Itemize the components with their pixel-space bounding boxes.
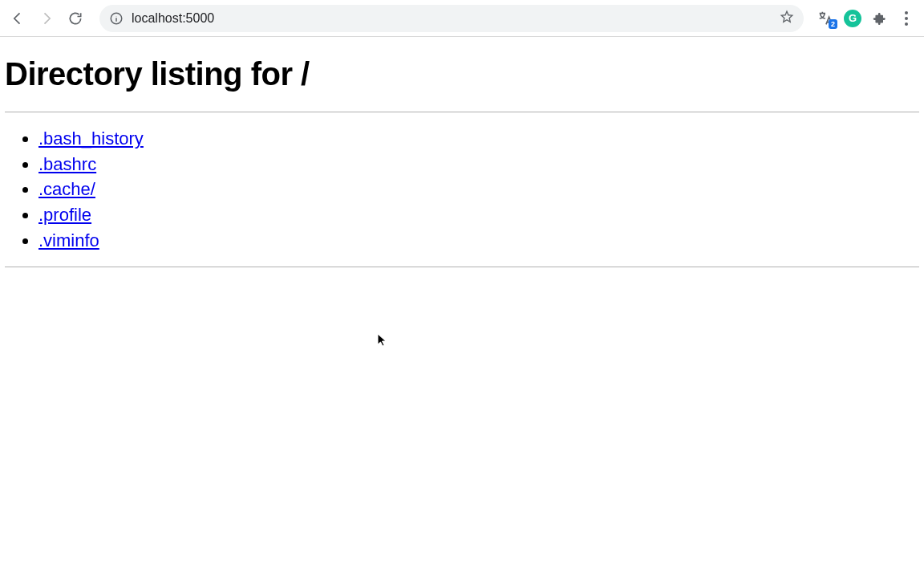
reload-button[interactable] bbox=[64, 7, 87, 30]
file-link[interactable]: .bash_history bbox=[38, 128, 144, 149]
file-link[interactable]: .viminfo bbox=[38, 230, 99, 250]
file-link[interactable]: .bashrc bbox=[38, 154, 96, 174]
translate-extension-icon[interactable]: 2 bbox=[817, 10, 834, 27]
reload-icon bbox=[67, 10, 83, 26]
list-item: .profile bbox=[38, 203, 919, 227]
arrow-left-icon bbox=[10, 10, 26, 26]
directory-list: .bash_history .bashrc .cache/ .profile .… bbox=[38, 127, 919, 252]
file-link[interactable]: .profile bbox=[38, 205, 91, 225]
address-bar[interactable]: localhost:5000 bbox=[99, 5, 804, 32]
list-item: .bash_history bbox=[38, 127, 919, 151]
back-button[interactable] bbox=[6, 7, 29, 30]
dot-icon bbox=[905, 22, 908, 26]
url-text: localhost:5000 bbox=[132, 11, 772, 26]
arrow-right-icon bbox=[38, 10, 55, 26]
extensions-button[interactable] bbox=[871, 10, 889, 27]
dot-icon bbox=[905, 17, 908, 20]
bookmark-button[interactable] bbox=[780, 10, 794, 27]
forward-button[interactable] bbox=[35, 7, 58, 30]
browser-toolbar: localhost:5000 2 G bbox=[0, 0, 924, 37]
mouse-cursor-icon bbox=[377, 333, 388, 348]
list-item: .cache/ bbox=[38, 177, 919, 201]
file-link[interactable]: .cache/ bbox=[38, 179, 95, 199]
site-info-icon[interactable] bbox=[109, 11, 124, 26]
browser-menu-button[interactable] bbox=[898, 7, 914, 30]
page-content: Directory listing for / .bash_history .b… bbox=[0, 37, 924, 267]
divider bbox=[5, 112, 919, 112]
dot-icon bbox=[905, 11, 908, 14]
puzzle-icon bbox=[872, 10, 888, 26]
page-title: Directory listing for / bbox=[0, 37, 924, 112]
toolbar-right: 2 G bbox=[817, 7, 918, 30]
star-icon bbox=[780, 10, 794, 24]
list-item: .viminfo bbox=[38, 229, 919, 253]
list-item: .bashrc bbox=[38, 153, 919, 177]
translate-badge: 2 bbox=[829, 19, 837, 29]
grammarly-initial: G bbox=[849, 12, 857, 24]
divider bbox=[5, 267, 919, 267]
grammarly-extension-icon[interactable]: G bbox=[844, 10, 861, 27]
